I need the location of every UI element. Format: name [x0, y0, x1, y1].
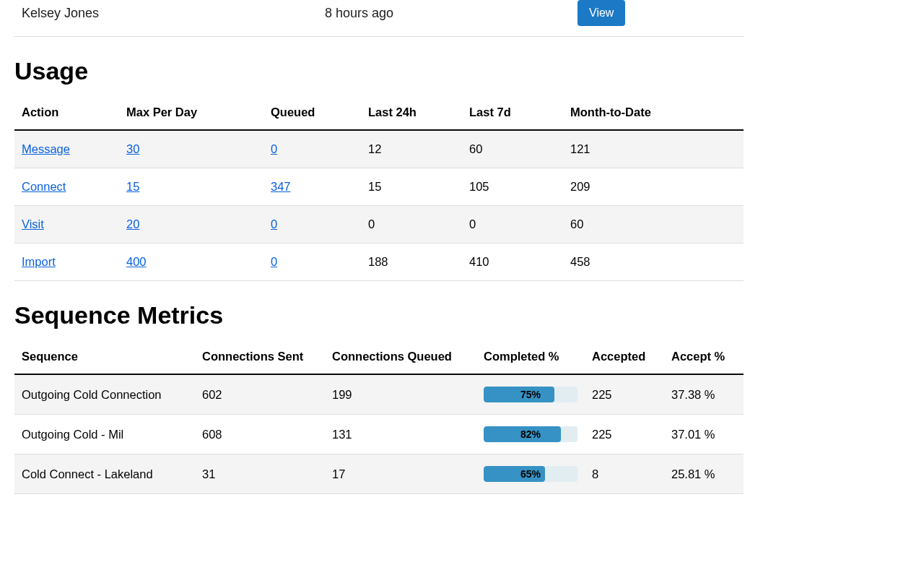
usage-action-link[interactable]: Message [22, 142, 70, 155]
recent-name: Kelsey Jones [14, 6, 325, 21]
table-row: Outgoing Cold - Mil60813182%22537.01 % [14, 415, 744, 454]
seq-accept-pct: 37.38 % [664, 374, 744, 415]
progress-label: 65% [484, 466, 578, 482]
seq-header-queued: Connections Queued [325, 342, 476, 374]
usage-max-link[interactable]: 30 [126, 142, 139, 155]
usage-queued-link[interactable]: 0 [271, 142, 277, 155]
progress-bar: 82% [484, 426, 578, 442]
table-row: Import4000188410458 [14, 243, 744, 281]
seq-name: Outgoing Cold Connection [14, 374, 195, 415]
seq-accept-pct: 25.81 % [664, 454, 744, 494]
seq-header-accept-pct: Accept % [664, 342, 744, 374]
seq-header-completed: Completed % [476, 342, 585, 374]
usage-mtd: 121 [563, 130, 744, 168]
usage-queued-link[interactable]: 0 [271, 217, 277, 230]
usage-action-link[interactable]: Connect [22, 180, 66, 193]
progress-bar: 75% [484, 387, 578, 402]
sequence-table: Sequence Connections Sent Connections Qu… [14, 342, 744, 494]
seq-completed: 65% [476, 454, 585, 494]
view-button[interactable]: View [578, 0, 625, 26]
seq-accepted: 8 [585, 454, 664, 494]
seq-sent: 602 [195, 374, 325, 415]
usage-action-link[interactable]: Import [22, 255, 56, 268]
usage-last7: 60 [462, 130, 563, 168]
seq-name: Outgoing Cold - Mil [14, 415, 195, 454]
usage-max-link[interactable]: 20 [126, 217, 139, 230]
sequence-heading: Sequence Metrics [14, 301, 744, 329]
table-row: Visit2000060 [14, 206, 744, 243]
usage-header-last24: Last 24h [361, 98, 462, 130]
seq-accept-pct: 37.01 % [664, 415, 744, 454]
usage-last7: 0 [462, 206, 563, 243]
seq-queued: 131 [325, 415, 476, 454]
seq-queued: 199 [325, 374, 476, 415]
usage-last24: 188 [361, 243, 462, 281]
usage-header-queued: Queued [263, 98, 361, 130]
seq-name: Cold Connect - Lakeland [14, 454, 195, 494]
usage-queued-link[interactable]: 347 [271, 180, 291, 193]
progress-bar: 65% [484, 466, 578, 482]
table-row: Outgoing Cold Connection60219975%22537.3… [14, 374, 744, 415]
usage-last7: 410 [462, 243, 563, 281]
seq-queued: 17 [325, 454, 476, 494]
usage-last24: 12 [361, 130, 462, 168]
usage-queued-link[interactable]: 0 [271, 255, 277, 268]
usage-header-action: Action [14, 98, 119, 130]
seq-sent: 31 [195, 454, 325, 494]
seq-accepted: 225 [585, 374, 664, 415]
usage-mtd: 458 [563, 243, 744, 281]
usage-max-link[interactable]: 15 [126, 180, 139, 193]
table-row: Cold Connect - Lakeland311765%825.81 % [14, 454, 744, 494]
progress-label: 75% [484, 387, 578, 402]
usage-header-last7: Last 7d [462, 98, 563, 130]
seq-completed: 75% [476, 374, 585, 415]
usage-heading: Usage [14, 57, 744, 85]
seq-header-sent: Connections Sent [195, 342, 325, 374]
recent-time: 8 hours ago [325, 6, 578, 21]
usage-max-link[interactable]: 400 [126, 255, 147, 268]
table-row: Message3001260121 [14, 130, 744, 168]
seq-completed: 82% [476, 415, 585, 454]
usage-action-link[interactable]: Visit [22, 217, 44, 230]
usage-last24: 15 [361, 168, 462, 206]
seq-header-accepted: Accepted [585, 342, 664, 374]
progress-label: 82% [484, 426, 578, 442]
usage-table: Action Max Per Day Queued Last 24h Last … [14, 98, 744, 281]
seq-accepted: 225 [585, 415, 664, 454]
recent-row: Kelsey Jones 8 hours ago View [14, 0, 744, 37]
usage-header-mtd: Month-to-Date [563, 98, 744, 130]
seq-sent: 608 [195, 415, 325, 454]
table-row: Connect1534715105209 [14, 168, 744, 206]
seq-header-name: Sequence [14, 342, 195, 374]
usage-header-max: Max Per Day [119, 98, 263, 130]
usage-mtd: 209 [563, 168, 744, 206]
usage-last7: 105 [462, 168, 563, 206]
usage-mtd: 60 [563, 206, 744, 243]
usage-last24: 0 [361, 206, 462, 243]
